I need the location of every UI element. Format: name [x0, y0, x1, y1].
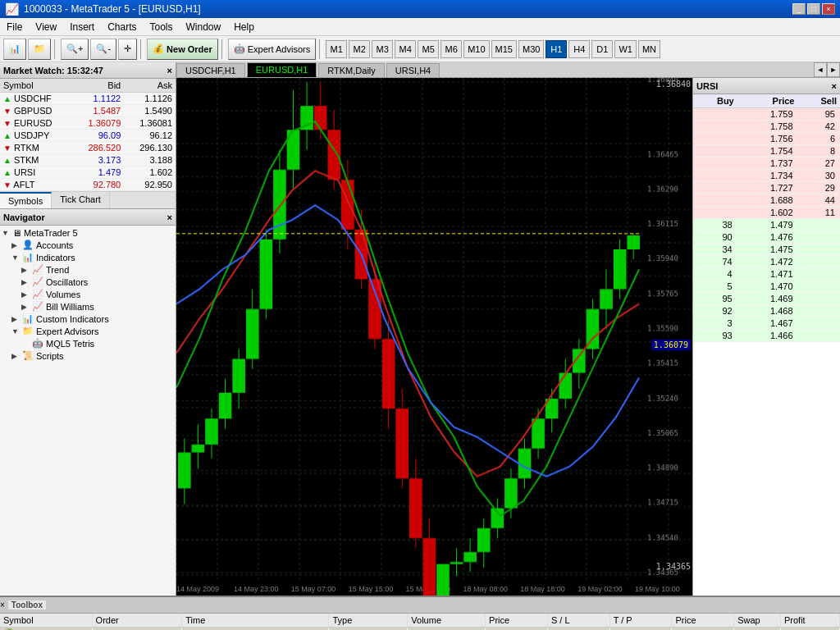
trade-profit: -307.00 — [780, 628, 839, 631]
nav-mql5-tetris[interactable]: 🤖 MQL5 Tetris — [2, 337, 174, 349]
trade-col-header: S / L — [547, 614, 609, 628]
navigator-close[interactable]: × — [167, 212, 172, 222]
ursi-buy: 95 — [693, 293, 737, 305]
ursi-price: 1.475 — [737, 244, 798, 256]
nav-custom[interactable]: ▶ 📊 Custom Indicators — [2, 313, 174, 325]
tf-d1[interactable]: D1 — [591, 40, 613, 58]
tab-tick-chart[interactable]: Tick Chart — [52, 192, 110, 208]
mw-row[interactable]: ▼ GBPUSD 1.5487 1.5490 — [0, 105, 176, 117]
new-order-button[interactable]: 💰 New Order — [147, 39, 218, 60]
menu-file[interactable]: File — [0, 18, 29, 35]
ursi-row: 1.737 27 — [693, 158, 840, 170]
chart-tabs: USDCHF,H1 EURUSD,H1 RTKM,Daily URSI,H4 ◄… — [176, 62, 840, 78]
ctab-rtkm[interactable]: RTKM,Daily — [318, 63, 384, 77]
mw-col-ask: Ask — [124, 79, 176, 93]
mw-row[interactable]: ▼ EURUSD 1.36079 1.36081 — [0, 117, 176, 130]
ctab-eurusd[interactable]: EURUSD,H1 — [247, 62, 317, 77]
mw-row[interactable]: ▼ AFLT 92.780 92.950 — [0, 179, 176, 191]
menu-view[interactable]: View — [29, 18, 63, 35]
ctab-usdchf[interactable]: USDCHF,H1 — [176, 63, 245, 77]
tf-w1[interactable]: W1 — [614, 40, 637, 58]
ursi-buy — [693, 194, 737, 207]
zoom-in-button[interactable]: 🔍+ — [61, 39, 89, 60]
ursi-price: 1.759 — [737, 108, 798, 121]
mw-row[interactable]: ▲ STKM 3.173 3.188 — [0, 154, 176, 167]
close-button[interactable]: × — [822, 3, 835, 15]
market-watch-close[interactable]: × — [167, 66, 172, 75]
ursi-row: 1.759 95 — [693, 108, 840, 121]
tf-mn[interactable]: MN — [638, 40, 660, 58]
trade-close-btn[interactable]: × — [0, 600, 5, 609]
nav-accounts[interactable]: ▶ 👤 Accounts — [2, 239, 174, 251]
nav-bill-williams[interactable]: ▶ 📈 Bill Williams — [2, 300, 174, 313]
mw-ask: 1.5490 — [124, 105, 176, 117]
crosshair-button[interactable]: ✛ — [118, 39, 137, 60]
market-watch-table: Symbol Bid Ask ▲ USDCHF 1.1122 1.1126 ▼ … — [0, 79, 176, 191]
toolbox-label[interactable]: Toolbox — [8, 600, 47, 609]
mw-row[interactable]: ▲ USDCHF 1.1122 1.1126 — [0, 93, 176, 105]
ursi-sell — [798, 281, 841, 293]
mw-row[interactable]: ▲ USDJPY 96.09 96.12 — [0, 130, 176, 142]
menu-help[interactable]: Help — [227, 18, 261, 35]
expert-advisors-button[interactable]: 🤖 Expert Advisors — [228, 39, 316, 60]
tf-m30[interactable]: M30 — [518, 40, 544, 58]
direction-icon: ▼ — [3, 180, 11, 189]
tf-m4[interactable]: M4 — [395, 40, 416, 58]
tf-m15[interactable]: M15 — [491, 40, 517, 58]
nav-ea[interactable]: ▼ 📁 Expert Advisors — [2, 325, 174, 337]
tf-h1[interactable]: H1 — [546, 40, 567, 58]
main-layout: Market Watch: 15:32:47 × Symbol Bid Ask … — [0, 62, 840, 596]
maximize-button[interactable]: □ — [807, 3, 820, 15]
tf-h4[interactable]: H4 — [568, 40, 590, 58]
tf-m10[interactable]: M10 — [463, 40, 489, 58]
chart-tab-left[interactable]: ◄ — [814, 62, 827, 77]
mw-ask: 1.1126 — [124, 93, 176, 105]
nav-oscillators[interactable]: ▶ 📈 Oscillators — [2, 276, 174, 288]
direction-icon: ▲ — [3, 131, 11, 140]
nav-trend[interactable]: ▶ 📈 Trend — [2, 263, 174, 276]
navigator: Navigator × ▼ 🖥 MetaTrader 5 ▶ 👤 Account… — [0, 209, 176, 596]
trade-open-row[interactable]: 🟢 eurusd 2009.05.19 13:41 buy 1.00 1.363… — [0, 628, 840, 631]
nav-root[interactable]: ▼ 🖥 MetaTrader 5 — [2, 227, 174, 239]
tf-m6[interactable]: M6 — [441, 40, 462, 58]
ursi-price: 1.737 — [737, 158, 798, 170]
navigator-header: Navigator × — [0, 209, 176, 226]
minimize-button[interactable]: _ — [792, 3, 806, 15]
direction-icon: ▲ — [3, 94, 11, 103]
expand-icon: ▶ — [21, 266, 30, 274]
menu-insert[interactable]: Insert — [63, 18, 101, 35]
nav-indicators[interactable]: ▼ 📊 Indicators — [2, 251, 174, 263]
nav-volumes[interactable]: ▶ 📈 Volumes — [2, 288, 174, 300]
direction-icon: ▼ — [3, 119, 11, 128]
menu-tools[interactable]: Tools — [144, 18, 180, 35]
ursi-price: 1.602 — [737, 207, 798, 219]
center-panel: USDCHF,H1 EURUSD,H1 RTKM,Daily URSI,H4 ◄… — [176, 62, 840, 596]
menu-charts[interactable]: Charts — [101, 18, 143, 35]
ursi-header: URSI × — [693, 78, 840, 94]
tf-m5[interactable]: M5 — [418, 40, 439, 58]
ctab-ursi[interactable]: URSI,H4 — [386, 63, 440, 77]
mw-row[interactable]: ▼ RTKM 286.520 296.130 — [0, 142, 176, 154]
ursi-sell — [798, 268, 841, 281]
zoom-out-button[interactable]: 🔍- — [90, 39, 116, 60]
chart-tab-right[interactable]: ► — [827, 62, 840, 77]
nav-scripts[interactable]: ▶ 📜 Scripts — [2, 349, 174, 362]
custom-icon: 📊 — [22, 313, 34, 324]
menu-window[interactable]: Window — [180, 18, 228, 35]
tf-m1[interactable]: M1 — [326, 40, 347, 58]
ursi-row: 74 1.472 — [693, 256, 840, 268]
ursi-close[interactable]: × — [832, 81, 837, 91]
ursi-price: 1.756 — [737, 133, 798, 145]
ursi-row: 1.727 29 — [693, 182, 840, 194]
open-button[interactable]: 📁 — [28, 39, 51, 60]
tab-symbols[interactable]: Symbols — [0, 192, 52, 208]
new-chart-button[interactable]: 📊 — [3, 39, 26, 60]
tf-m3[interactable]: M3 — [372, 40, 393, 58]
chart-area[interactable]: 1.36840 1.36079 1.34365 — [176, 78, 692, 596]
ursi-buy — [693, 158, 737, 170]
tf-m2[interactable]: M2 — [349, 40, 370, 58]
ursi-sell: 42 — [798, 121, 841, 133]
ursi-price: 1.754 — [737, 145, 798, 158]
ursi-row: 1.754 8 — [693, 145, 840, 158]
mw-row[interactable]: ▲ URSI 1.479 1.602 — [0, 167, 176, 179]
